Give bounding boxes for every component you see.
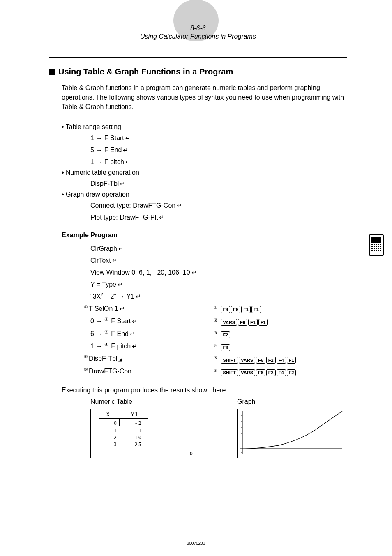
code-line: Connect type: DrawFTG-Con	[90, 201, 347, 211]
code-line: Y = Type	[90, 280, 205, 290]
enter-icon	[131, 343, 137, 350]
key-f6: F6	[256, 357, 265, 364]
key-vars: VARS	[239, 357, 255, 364]
key-f2: F2	[266, 369, 276, 376]
enter-icon	[118, 305, 125, 312]
enter-icon	[158, 214, 164, 221]
key-vars: VARS	[239, 369, 255, 376]
graph-result: Graph	[237, 398, 347, 458]
key-sequence: ⑥ SHIFTVARSF6F2F4F2	[214, 366, 347, 379]
enter-icon	[116, 281, 123, 288]
code-line: 1 → F pitch	[90, 157, 347, 167]
key-f3: F3	[221, 344, 230, 351]
key-f4: F4	[277, 369, 286, 376]
key-f1: F1	[248, 319, 258, 326]
section-divider	[49, 57, 347, 58]
key-f1: F1	[258, 319, 268, 326]
enter-icon	[190, 269, 197, 276]
right-margin-rule	[369, 0, 369, 556]
key-f6: F6	[256, 369, 265, 376]
header-title: Using Calculator Functions in Programs	[49, 33, 347, 40]
example-heading: Example Program	[62, 232, 347, 239]
calculator-icon	[369, 234, 384, 256]
enter-icon	[131, 318, 137, 325]
numeric-table-label: Numeric Table	[90, 398, 200, 405]
bullet-graph-draw: • Graph draw operation	[62, 191, 347, 198]
output-icon	[117, 355, 122, 362]
code-line: View Window 0, 6, 1, –20, 106, 10	[90, 268, 205, 278]
code-line: 0 → ② F Start	[90, 316, 205, 326]
key-f1: F1	[251, 306, 261, 313]
key-f2: F2	[221, 331, 230, 338]
example-code-column: ClrGraph ClrText View Window 0, 6, 1, –2…	[49, 244, 205, 379]
lcd-graph	[237, 409, 344, 458]
enter-icon	[175, 202, 182, 209]
code-line: 1 → F Start	[90, 133, 347, 143]
enter-icon	[124, 134, 131, 141]
key-f6: F6	[231, 306, 240, 313]
key-f2: F2	[287, 369, 296, 376]
key-sequence: ③ F2	[214, 329, 347, 341]
graph-label: Graph	[237, 398, 347, 405]
section-heading: Using Table & Graph Functions in a Progr…	[49, 67, 347, 76]
enter-icon	[111, 257, 118, 264]
key-sequence-column: ① F4F6F1F1 ② VARSF6F1F1 ③ F2 ④ F3 ⑤ SHIF…	[205, 244, 347, 379]
key-f4: F4	[221, 306, 230, 313]
code-line: ⑥DrawFTG-Con	[84, 366, 205, 376]
key-sequence: ① F4F6F1F1	[214, 303, 347, 316]
code-line: 1 → ④ F pitch	[90, 341, 205, 351]
enter-icon	[117, 245, 124, 252]
key-shift: SHIFT	[221, 357, 238, 364]
bullet-numeric-table: • Numeric table generation	[62, 169, 347, 176]
key-f6: F6	[238, 319, 247, 326]
enter-icon	[129, 330, 135, 337]
code-line: 6 → ③ F End	[90, 329, 205, 339]
key-sequence: ⑤ SHIFTVARSF6F2F4F1	[214, 354, 347, 366]
bullet-table-range: • Table range setting	[62, 123, 347, 131]
intro-paragraph: Table & Graph functions in a program can…	[62, 83, 347, 112]
code-line: Plot type: DrawFTG-Plt	[90, 213, 347, 222]
heading-bullet-icon	[49, 69, 55, 75]
key-sequence: ② VARSF6F1F1	[214, 316, 347, 329]
key-f1: F1	[241, 306, 251, 313]
code-line: ClrText	[90, 256, 205, 266]
enter-icon	[124, 158, 131, 165]
key-shift: SHIFT	[221, 369, 238, 376]
footer-date: 20070201	[0, 541, 392, 546]
lcd-table: X Y1 0 -2 1 1 2 10 3 25 0	[90, 409, 197, 458]
code-line: DispF-Tbl	[90, 179, 347, 189]
code-line: ①T SelOn 1	[84, 303, 205, 314]
enter-icon	[122, 146, 128, 153]
code-line: 5 → F End	[90, 145, 347, 155]
key-f1: F1	[287, 357, 296, 364]
key-f4: F4	[277, 357, 286, 364]
key-vars: VARS	[221, 319, 237, 326]
page-number: 8-6-6	[49, 25, 347, 32]
code-line: ClrGraph	[90, 244, 205, 254]
graph-svg	[238, 409, 344, 458]
enter-icon	[119, 180, 125, 187]
enter-icon	[134, 293, 141, 300]
exec-text: Executing this program produces the resu…	[62, 387, 347, 394]
header: 8-6-6 Using Calculator Functions in Prog…	[49, 25, 347, 40]
code-line: "3X2 – 2" → Y1	[90, 292, 205, 301]
code-line: ⑤DispF-Tbl	[84, 353, 205, 364]
key-f2: F2	[266, 357, 276, 364]
key-sequence: ④ F3	[214, 341, 347, 354]
numeric-table-result: Numeric Table X Y1 0 -2 1 1 2 10 3 25 0	[90, 398, 200, 458]
